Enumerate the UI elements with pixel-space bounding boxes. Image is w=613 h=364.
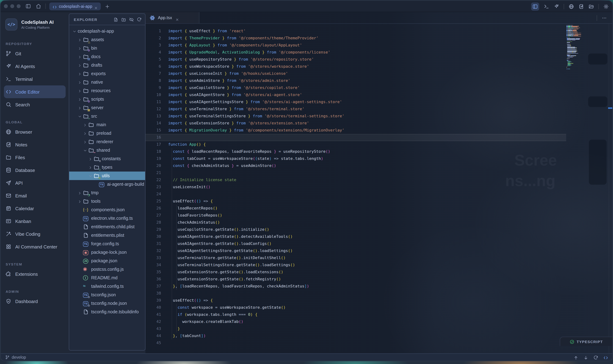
tree-file-README.md[interactable]: iREADME.md	[69, 274, 145, 282]
code-line-43[interactable]: 43 }	[145, 325, 612, 332]
code-line-42[interactable]: 42 workspace.createBlankTab()	[145, 318, 612, 325]
close-window-button[interactable]	[4, 4, 8, 8]
code-line-37[interactable]: 37 }, [loadRecentRepos, loadFavoriteRepo…	[145, 283, 612, 290]
code-line-8[interactable]: 8import { useAdminStore } from '@/stores…	[145, 77, 612, 84]
scrollbar-track[interactable]	[609, 24, 609, 353]
tree-folder-constants[interactable]: πconstants	[69, 155, 145, 163]
globe-icon[interactable]	[569, 4, 574, 9]
code-line-15[interactable]: 15import { MigrationOverlay } from '@/co…	[145, 127, 612, 134]
tree-file-tsconfig.node.json[interactable]: TS⚙tsconfig.node.json	[69, 299, 145, 308]
code-line-29[interactable]: 29 useCopilotStore.getState().initialize…	[145, 226, 612, 233]
sidebar-item-database[interactable]: Database	[4, 164, 66, 177]
code-line-32[interactable]: 32 useAIAgentSettingsStore.getState().lo…	[145, 247, 612, 254]
sidebar-item-email[interactable]: Email	[4, 189, 66, 202]
sidebar-item-ai-agents[interactable]: AI Agents	[4, 60, 66, 73]
panel-left-icon[interactable]	[26, 3, 31, 9]
minimize-window-button[interactable]	[10, 4, 14, 8]
code-line-38[interactable]: 38	[145, 290, 612, 297]
code-line-30[interactable]: 30 useAIAgentStore.getState().detectAvai…	[145, 233, 612, 240]
tree-folder-exports[interactable]: exports	[69, 69, 145, 78]
tree-file-package-lock.json[interactable]: ▣package-lock.json	[69, 248, 145, 257]
folder-icon[interactable]	[588, 4, 594, 9]
code-line-26[interactable]: 26 loadRecentRepos()	[145, 205, 612, 212]
sidebar-item-files[interactable]: Files	[4, 151, 66, 164]
code-line-14[interactable]: 14import { useExtensionStore } from '@/s…	[145, 120, 612, 127]
sidebar-item-extensions[interactable]: Extensions	[4, 268, 66, 280]
code-line-16[interactable]: 16	[145, 134, 612, 141]
code-line-19[interactable]: 19 const tabCount = useWorkspaceStore((s…	[145, 155, 612, 162]
tree-folder-renderer[interactable]: renderer	[69, 138, 145, 146]
code-line-33[interactable]: 33 useTerminalStore.getState().initDefau…	[145, 254, 612, 261]
tree-folder-scripts[interactable]: ⚙scripts	[69, 95, 145, 104]
tree-folder-main[interactable]: main	[69, 120, 145, 129]
tree-folder-docs[interactable]: ▤docs	[69, 52, 145, 61]
code-line-1[interactable]: 1import { useEffect } from 'react'	[145, 28, 612, 35]
tree-folder-codesplash-ai-app[interactable]: codesplash-ai-app	[69, 27, 145, 35]
git-branch-indicator[interactable]: develop	[5, 355, 26, 359]
tree-folder-resources[interactable]: resources	[69, 87, 145, 95]
code-line-20[interactable]: 20 const { checkAdminStatus } = useAdmin…	[145, 162, 612, 169]
file-plus-icon[interactable]	[113, 17, 118, 22]
code-line-7[interactable]: 7import { useLicenseInit } from '@/hooks…	[145, 70, 612, 77]
sidebar-item-ai-command-center[interactable]: AI Command Center	[4, 240, 66, 253]
code-line-3[interactable]: 3import { AppLayout } from '@/components…	[145, 42, 612, 49]
tree-file-ai-agent-args-build[interactable]: TSai-agent-args-build	[69, 180, 145, 189]
code-line-34[interactable]: 34 useTerminalSettingsStore.getState().l…	[145, 261, 612, 269]
folder-plus-icon[interactable]	[121, 17, 126, 22]
sidebar-item-dashboard[interactable]: Dashboard	[4, 295, 66, 308]
tree-file-tsconfig.node.tsbuildinfo[interactable]: tsconfig.node.tsbuildinfo	[69, 308, 145, 316]
tree-file-electron.vite.config.ts[interactable]: TSelectron.vite.config.ts	[69, 214, 145, 222]
tree-folder-server[interactable]: ▦server	[69, 104, 145, 112]
gear-icon[interactable]	[603, 4, 609, 9]
code-line-6[interactable]: 6import { useWorkspaceStore } from '@/st…	[145, 63, 612, 70]
sidebar-item-terminal[interactable]: Terminal	[4, 73, 66, 85]
code-line-31[interactable]: 31 useAIAgentStore.getState().loadConfig…	[145, 240, 612, 247]
tree-folder-drafts[interactable]: drafts	[69, 61, 145, 69]
code-line-13[interactable]: 13import { useTerminalSettingsStore } fr…	[145, 113, 612, 120]
sparkles-icon[interactable]	[554, 4, 559, 9]
tree-folder-types[interactable]: ◇types	[69, 163, 145, 171]
code-line-24[interactable]: 24	[145, 191, 612, 198]
code-line-2[interactable]: 2import { ThemeProvider } from '@/compon…	[145, 35, 612, 42]
tree-folder-preload[interactable]: preload	[69, 129, 145, 138]
sidebar-item-git[interactable]: Git	[4, 47, 66, 60]
tree-folder-tools[interactable]: tools	[69, 197, 145, 206]
tab-bar-more-button[interactable]: ⋯	[591, 12, 612, 24]
tree-file-package.json[interactable]: JSpackage.json	[69, 257, 145, 265]
code-line-10[interactable]: 10import { useAIAgentStore } from '@/sto…	[145, 91, 612, 99]
code-icon[interactable]	[603, 355, 608, 360]
toggle-sidebar-button[interactable]	[531, 2, 539, 11]
close-tab-icon[interactable]	[176, 16, 179, 19]
arrow-up-icon[interactable]	[574, 355, 578, 360]
scrollbar-thumb[interactable]	[608, 107, 612, 109]
code-line-27[interactable]: 27 loadFavoriteRepos()	[145, 212, 612, 219]
code-line-12[interactable]: 12import { useTerminalStore } from '@/st…	[145, 106, 612, 113]
tree-file-entitlements.child.plist[interactable]: entitlements.child.plist	[69, 222, 145, 231]
code-line-41[interactable]: 41 if (workspace.tabs.length === 0) {	[145, 311, 612, 318]
sidebar-item-api[interactable]: API	[4, 177, 66, 189]
sidebar-item-vibe-coding[interactable]: Vibe Coding	[4, 228, 66, 240]
tree-file-forge.config.ts[interactable]: TSforge.config.ts	[69, 240, 145, 248]
code-line-22[interactable]: 22 // Initialize license state	[145, 177, 612, 184]
tree-file-tailwind.config.ts[interactable]: ≈tailwind.config.ts	[69, 282, 145, 291]
terminal-icon[interactable]	[544, 4, 549, 9]
code-line-40[interactable]: 40 const workspace = useWorkspaceStore.g…	[145, 304, 612, 311]
editor-tab-apptsx[interactable]: App.tsx	[145, 12, 199, 23]
traffic-lights[interactable]	[4, 4, 21, 8]
sidebar-item-browser[interactable]: Browser	[4, 126, 66, 138]
code-line-25[interactable]: 25 useEffect(() => {	[145, 198, 612, 205]
tree-file-postcss.config.js[interactable]: ◉postcss.config.js	[69, 265, 145, 274]
home-icon[interactable]	[36, 3, 41, 9]
code-line-5[interactable]: 5import { useRepositoryStore } from '@/s…	[145, 56, 612, 63]
new-workspace-tab-button[interactable]	[105, 4, 110, 9]
arrow-down-icon[interactable]	[584, 355, 588, 360]
code-area[interactable]: Scree ns...ng 1import { useEffect } from…	[145, 24, 612, 353]
sidebar-item-calendar[interactable]: Calendar	[4, 202, 66, 215]
code-line-35[interactable]: 35 useExtensionStore.getState().loadExte…	[145, 269, 612, 276]
close-icon[interactable]	[94, 5, 97, 8]
zoom-window-button[interactable]	[17, 4, 21, 8]
tree-file-tsconfig.json[interactable]: TS⚙tsconfig.json	[69, 291, 145, 299]
code-line-28[interactable]: 28 checkAdminStatus()	[145, 219, 612, 226]
sidebar-item-notes[interactable]: Notes	[4, 138, 66, 151]
refresh-icon[interactable]	[137, 17, 142, 22]
